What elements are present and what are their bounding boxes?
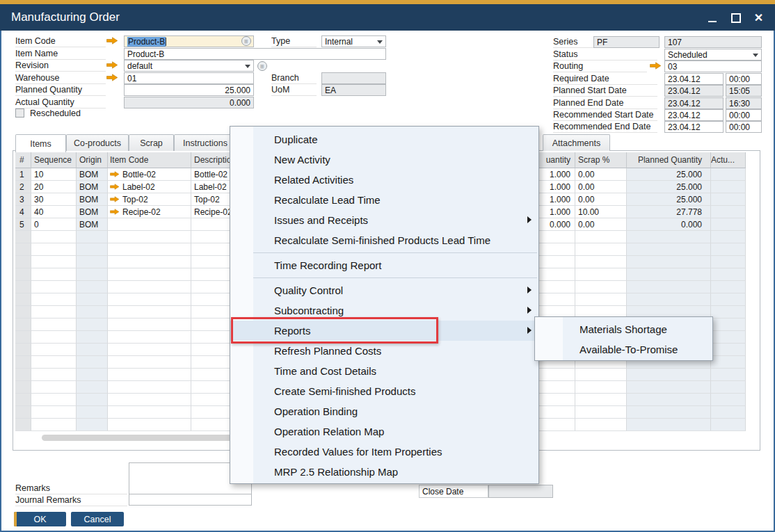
submenu-item-available-to-promise[interactable]: Available-To-Promise (535, 339, 712, 360)
column-header-planned-quantity[interactable]: Planned Quantity (627, 152, 711, 168)
table-cell-[interactable] (15, 419, 31, 431)
link-arrow-icon[interactable] (106, 74, 118, 81)
table-cell-item-code[interactable] (108, 394, 191, 406)
revision-link-arrow-icon[interactable] (106, 61, 118, 70)
table-cell-item-code[interactable] (108, 293, 191, 306)
table-cell-scrap[interactable]: 0.00 (575, 193, 627, 206)
table-cell-item-code[interactable] (108, 356, 191, 369)
table-cell-sequence[interactable] (31, 381, 77, 394)
table-cell-origin[interactable] (77, 243, 108, 256)
table-cell-item-code[interactable] (108, 218, 191, 231)
table-cell-scrap[interactable] (575, 281, 627, 293)
table-cell-item-code[interactable] (108, 306, 191, 319)
column-header-sequence[interactable]: Sequence (31, 152, 77, 168)
table-cell-actu[interactable] (711, 243, 746, 256)
table-cell-planned-quantity[interactable] (627, 293, 711, 306)
recommended-start-date-field[interactable]: 23.04.12 (664, 109, 724, 121)
table-cell-origin[interactable]: BOM (77, 218, 108, 231)
table-cell-item-code[interactable] (108, 369, 191, 381)
table-cell-[interactable] (15, 394, 31, 406)
title-bar[interactable]: Manufacturing Order (0, 4, 775, 31)
table-cell-actu[interactable] (711, 206, 746, 218)
table-cell-actu[interactable] (711, 381, 746, 394)
item-code-field[interactable]: Product-B (124, 35, 254, 47)
table-cell-actu[interactable] (711, 231, 746, 243)
table-cell-sequence[interactable] (31, 406, 77, 419)
table-cell-planned-quantity[interactable] (627, 243, 711, 256)
table-cell-sequence[interactable]: 20 (31, 181, 77, 193)
table-cell-sequence[interactable] (31, 243, 77, 256)
journal-remarks-input[interactable] (129, 494, 252, 506)
table-cell-actu[interactable] (711, 306, 746, 319)
tab-co-products[interactable]: Co-products (66, 134, 129, 151)
table-cell-actu[interactable] (711, 268, 746, 281)
link-arrow-icon[interactable] (106, 37, 118, 45)
type-dropdown[interactable]: Internal (321, 35, 386, 47)
table-cell-item-code[interactable] (108, 243, 191, 256)
table-cell-item-code[interactable] (108, 406, 191, 419)
recommended-start-time-field[interactable]: 00:00 (726, 109, 762, 121)
table-cell-scrap[interactable] (575, 268, 627, 281)
item-name-field[interactable]: Product-B (124, 48, 386, 60)
table-cell-[interactable] (15, 344, 31, 356)
revision-list-icon[interactable] (257, 61, 267, 71)
menu-item-issues-and-receipts[interactable]: Issues and Receipts (230, 210, 538, 230)
menu-item-duplicate[interactable]: Duplicate (230, 129, 538, 150)
table-cell-sequence[interactable] (31, 356, 77, 369)
table-cell-item-code[interactable]: Recipe-02 (108, 206, 191, 218)
table-cell-origin[interactable] (77, 306, 108, 319)
table-cell-planned-quantity[interactable]: 25.000 (627, 193, 711, 206)
table-cell-actu[interactable] (711, 168, 746, 181)
table-cell-sequence[interactable]: 30 (31, 193, 77, 206)
table-cell-item-code[interactable] (108, 256, 191, 268)
menu-item-time-and-cost-details[interactable]: Time and Cost Details (230, 361, 538, 381)
tab-items[interactable]: Items (15, 134, 66, 152)
item-code-link-arrow-icon[interactable] (106, 37, 118, 45)
table-cell-origin[interactable] (77, 344, 108, 356)
link-arrow-icon[interactable] (110, 196, 120, 202)
required-date-field[interactable]: 23.04.12 (664, 73, 724, 85)
table-cell-planned-quantity[interactable] (627, 369, 711, 381)
table-cell-scrap[interactable] (575, 406, 627, 419)
table-cell-origin[interactable] (77, 369, 108, 381)
table-cell-scrap[interactable] (575, 243, 627, 256)
table-cell-actu[interactable] (711, 293, 746, 306)
table-cell-scrap[interactable]: 0.00 (575, 218, 627, 231)
table-cell-actu[interactable] (711, 406, 746, 419)
planned-quantity-field[interactable]: 25.000 (124, 84, 254, 96)
table-cell-planned-quantity[interactable]: 27.778 (627, 206, 711, 218)
table-cell-item-code[interactable] (108, 281, 191, 293)
table-cell-origin[interactable] (77, 406, 108, 419)
routing-field[interactable]: 03 (664, 61, 762, 72)
table-cell-origin[interactable] (77, 381, 108, 394)
link-arrow-icon[interactable] (110, 171, 120, 177)
tab-instructions[interactable]: Instructions (174, 134, 237, 151)
menu-item-mrp-2-5-relationship-map[interactable]: MRP 2.5 Relationship Map (230, 462, 538, 482)
table-cell-sequence[interactable] (31, 268, 77, 281)
warehouse-link-arrow-icon[interactable] (106, 74, 118, 82)
table-cell-sequence[interactable]: 40 (31, 206, 77, 218)
table-cell-actu[interactable] (711, 256, 746, 268)
required-time-field[interactable]: 00:00 (726, 73, 762, 85)
table-cell-item-code[interactable]: Label-02 (108, 181, 191, 193)
table-cell-actu[interactable] (711, 369, 746, 381)
table-cell-sequence[interactable] (31, 394, 77, 406)
table-cell-actu[interactable] (711, 356, 746, 369)
table-cell-origin[interactable]: BOM (77, 193, 108, 206)
tab-scrap[interactable]: Scrap (129, 134, 174, 151)
table-cell-scrap[interactable]: 0.00 (575, 168, 627, 181)
table-cell-[interactable]: 5 (15, 218, 31, 231)
table-cell-origin[interactable] (77, 268, 108, 281)
link-arrow-icon[interactable] (110, 209, 120, 215)
menu-item-refresh-planned-costs[interactable]: Refresh Planned Costs (230, 341, 538, 361)
table-cell-item-code[interactable] (108, 319, 191, 331)
table-cell-planned-quantity[interactable] (627, 394, 711, 406)
menu-item-new-activity[interactable]: New Activity (230, 150, 538, 170)
table-cell-item-code[interactable] (108, 381, 191, 394)
table-cell-origin[interactable] (77, 319, 108, 331)
warehouse-field[interactable]: 01 (124, 72, 254, 84)
column-header-item-code[interactable]: Item Code (108, 152, 191, 168)
table-cell-actu[interactable] (711, 319, 746, 331)
table-cell-origin[interactable] (77, 331, 108, 344)
table-cell-item-code[interactable] (108, 419, 191, 431)
